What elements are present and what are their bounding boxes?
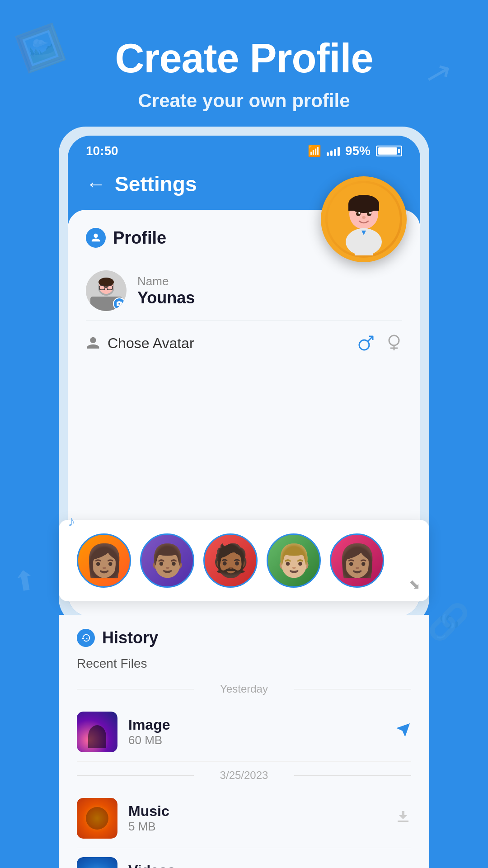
profile-title: Profile (113, 228, 166, 248)
svg-point-4 (356, 212, 361, 216)
music-file-info: Music 5 MB (128, 803, 384, 834)
image-file-size: 60 MB (128, 733, 384, 747)
status-bar: 10:50 📶 95% (68, 136, 420, 163)
choose-avatar-row[interactable]: Chose Avatar (86, 321, 402, 366)
videos-file-name: Videos (128, 862, 411, 868)
svg-point-8 (362, 216, 366, 219)
history-title: History (102, 628, 158, 647)
svg-point-22 (389, 335, 399, 345)
camera-badge[interactable] (113, 297, 126, 310)
avatar-option-2[interactable]: 👨🏽 (140, 533, 194, 588)
avatar-strip: ♪ 👩🏽 👨🏽 🧔🏾 👨🏼 👩🏽 ⬊ (59, 520, 429, 601)
svg-rect-3 (348, 204, 379, 211)
music-file-size: 5 MB (128, 820, 384, 834)
date-old: 3/25/2023 (77, 762, 411, 789)
avatar-option-1[interactable]: 👩🏽 (77, 533, 131, 588)
profile-name-value: Younas (137, 288, 402, 307)
music-note-icon: ♪ (68, 513, 75, 530)
image-thumb (77, 712, 117, 752)
profile-name-row[interactable]: Name Younas (86, 261, 402, 321)
page-header: Create Profile Create your own profile (0, 0, 488, 130)
svg-point-14 (99, 278, 114, 287)
file-row-videos[interactable]: Videos 450 MB (77, 848, 411, 868)
avatar-3d-figure (325, 181, 402, 258)
send-icon[interactable] (395, 722, 411, 742)
gender-icons (357, 334, 402, 352)
avatar-option-5[interactable]: 👩🏽 (330, 533, 384, 588)
svg-point-6 (358, 212, 360, 214)
page-subtitle: Create your own profile (27, 90, 461, 112)
wifi-icon: 📶 (308, 145, 321, 157)
music-thumb (77, 798, 117, 839)
status-right: 📶 95% (308, 144, 402, 158)
more-avatars-hint: ⬊ (409, 576, 420, 592)
signal-icon (327, 146, 340, 156)
history-icon (77, 629, 95, 647)
svg-point-7 (369, 212, 371, 214)
videos-thumb (77, 857, 117, 868)
download-icon[interactable] (395, 808, 411, 828)
bg-decor-4: 🔗 (427, 602, 470, 642)
recent-files-label: Recent Files (77, 652, 411, 675)
file-row-music[interactable]: Music 5 MB (77, 789, 411, 848)
male-icon[interactable] (357, 334, 375, 352)
svg-point-18 (359, 340, 369, 350)
back-button[interactable]: ← (86, 173, 106, 195)
history-section: History Recent Files Yesterday Image 60 … (59, 615, 429, 868)
music-file-name: Music (128, 803, 384, 820)
history-header: History (77, 628, 411, 647)
name-label: Name (137, 274, 402, 288)
app-title: Settings (115, 172, 197, 196)
battery-level: 95% (345, 144, 371, 158)
battery-icon (376, 146, 402, 156)
page-title: Create Profile (27, 36, 461, 81)
bg-decor-3: ⬆ (11, 563, 38, 599)
image-file-name: Image (128, 717, 384, 733)
avatar-row-left: Chose Avatar (86, 335, 194, 352)
profile-info: Name Younas (137, 274, 402, 307)
floating-avatar (321, 176, 407, 262)
date-yesterday: Yesterday (77, 675, 411, 703)
svg-line-19 (368, 336, 373, 341)
profile-photo[interactable] (86, 270, 127, 311)
profile-section-icon (86, 228, 106, 248)
choose-avatar-label: Chose Avatar (108, 335, 194, 352)
file-row-image[interactable]: Image 60 MB (77, 703, 411, 762)
svg-point-5 (367, 212, 371, 216)
avatar-option-4[interactable]: 👨🏼 (267, 533, 321, 588)
videos-file-info: Videos 450 MB (128, 862, 411, 868)
avatar-option-3[interactable]: 🧔🏾 (203, 533, 258, 588)
image-file-info: Image 60 MB (128, 717, 384, 747)
female-icon[interactable] (386, 334, 402, 352)
status-time: 10:50 (86, 144, 118, 158)
